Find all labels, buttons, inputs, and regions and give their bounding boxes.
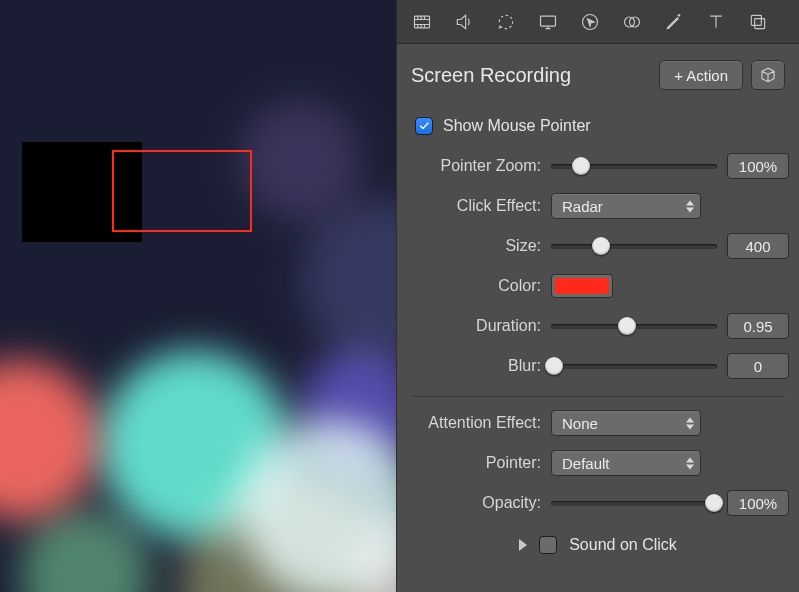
cursor-tab-icon[interactable]	[575, 8, 605, 36]
screen-tab-icon[interactable]	[533, 8, 563, 36]
pointer-value: Default	[562, 455, 610, 472]
video-preview[interactable]	[0, 0, 396, 592]
svg-rect-0	[415, 16, 430, 28]
click-effect-select[interactable]: Radar	[551, 193, 701, 219]
click-effect-value: Radar	[562, 198, 603, 215]
timing-tab-icon[interactable]	[491, 8, 521, 36]
selection-rectangle[interactable]	[112, 150, 252, 232]
pointer-label: Pointer:	[411, 454, 541, 472]
pointer-zoom-slider[interactable]	[551, 156, 717, 176]
pointer-select[interactable]: Default	[551, 450, 701, 476]
divider	[411, 396, 785, 397]
blur-label: Blur:	[411, 357, 541, 375]
click-effect-label: Click Effect:	[411, 197, 541, 215]
color-chip	[555, 278, 609, 294]
pointer-zoom-label: Pointer Zoom:	[411, 157, 541, 175]
blur-value[interactable]: 0	[727, 353, 789, 379]
color-label: Color:	[411, 277, 541, 295]
size-label: Size:	[411, 237, 541, 255]
size-slider[interactable]	[551, 236, 717, 256]
section-title: Screen Recording	[411, 64, 571, 87]
svg-rect-5	[751, 15, 761, 25]
svg-rect-6	[755, 18, 765, 28]
show-mouse-pointer-checkbox[interactable]	[415, 117, 433, 135]
opacity-value[interactable]: 100%	[727, 490, 789, 516]
select-arrows-icon	[686, 200, 694, 213]
inspector-tabbar	[397, 0, 799, 44]
opacity-slider[interactable]	[551, 493, 717, 513]
text-tab-icon[interactable]	[701, 8, 731, 36]
duration-label: Duration:	[411, 317, 541, 335]
select-arrows-icon	[686, 417, 694, 430]
duration-value[interactable]: 0.95	[727, 313, 789, 339]
attention-effect-value: None	[562, 415, 598, 432]
size-value[interactable]: 400	[727, 233, 789, 259]
blend-tab-icon[interactable]	[617, 8, 647, 36]
annotate-tab-icon[interactable]	[659, 8, 689, 36]
color-well[interactable]	[551, 274, 613, 298]
blur-slider[interactable]	[551, 356, 717, 376]
cube-button[interactable]	[751, 60, 785, 90]
opacity-label: Opacity:	[411, 494, 541, 512]
inspector-panel: Screen Recording + Action Show Mouse Poi…	[396, 0, 799, 592]
svg-rect-1	[541, 16, 556, 26]
duplicate-tab-icon[interactable]	[743, 8, 773, 36]
pointer-zoom-value[interactable]: 100%	[727, 153, 789, 179]
select-arrows-icon	[686, 457, 694, 470]
sound-on-click-checkbox[interactable]	[539, 536, 557, 554]
show-mouse-pointer-label: Show Mouse Pointer	[443, 117, 591, 135]
audio-tab-icon[interactable]	[449, 8, 479, 36]
attention-effect-select[interactable]: None	[551, 410, 701, 436]
duration-slider[interactable]	[551, 316, 717, 336]
video-tab-icon[interactable]	[407, 8, 437, 36]
disclosure-triangle-icon[interactable]	[519, 539, 527, 551]
sound-on-click-label: Sound on Click	[569, 536, 677, 554]
attention-effect-label: Attention Effect:	[411, 414, 541, 432]
add-action-button[interactable]: + Action	[659, 60, 743, 90]
